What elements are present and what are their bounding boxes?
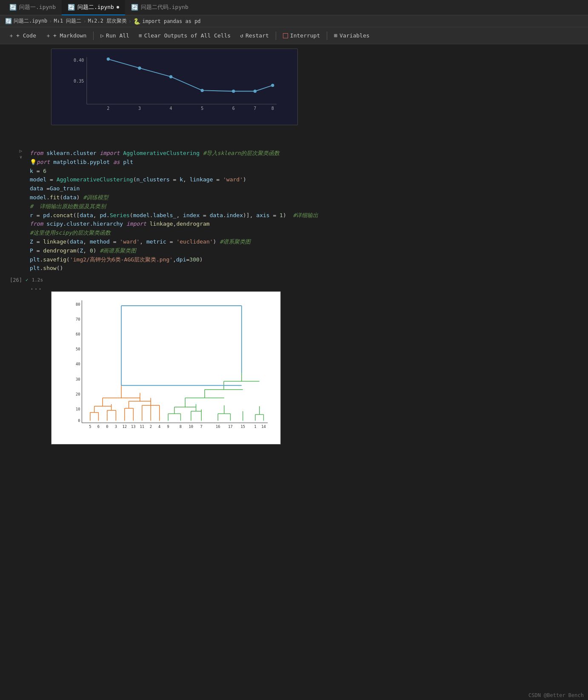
svg-text:16: 16 [216,425,220,429]
run-button-26[interactable]: ▷ [19,148,22,154]
svg-text:80: 80 [76,302,80,307]
svg-text:2: 2 [107,106,109,111]
svg-text:8: 8 [180,425,182,429]
cell-26-result-gutter: [26] [0,275,26,283]
breadcrumb-sep-3: › [128,18,131,24]
svg-text:4: 4 [170,106,172,111]
clear-label: Clear Outputs of All Cells [144,32,231,39]
svg-point-17 [254,90,257,93]
svg-text:7: 7 [254,106,256,111]
interrupt-button[interactable]: Interrupt [279,31,324,40]
svg-text:30: 30 [76,377,80,382]
svg-text:40: 40 [76,362,80,367]
svg-text:6: 6 [97,425,100,429]
markdown-label: + Markdown [53,32,86,39]
toolbar: ＋ + Code ＋ + Markdown ▷ Run All ≡ Clear … [0,27,588,44]
variables-label: Variables [340,32,369,39]
plus-icon-markdown: ＋ [46,32,51,40]
svg-point-16 [232,90,235,93]
elbow-chart-gutter [0,44,26,46]
restart-label: Restart [245,32,269,39]
svg-text:4: 4 [158,425,160,429]
tab-wenti-1[interactable]: 🔄 问题一.ipynb [3,0,62,15]
cell-26-code[interactable]: from sklearn.cluster import Agglomerativ… [26,146,588,275]
svg-text:14: 14 [261,425,266,429]
run-all-button[interactable]: ▷ Run All [96,31,134,40]
svg-text:12: 12 [123,425,127,429]
collapse-button-26[interactable]: ∨ [20,155,22,159]
svg-text:10: 10 [76,407,80,411]
notebook-body: 0.40 0.35 2 3 4 5 6 7 8 k值 [0,44,588,453]
restart-icon: ↺ [240,32,243,39]
tab-label-1: 问题一.ipynb [19,3,56,11]
elbow-chart-output-row: 0.40 0.35 2 3 4 5 6 7 8 k值 [0,44,588,134]
clear-icon: ≡ [139,32,142,39]
svg-text:11: 11 [140,425,145,429]
ellipsis-row: ... [0,283,588,291]
notebook-icon-2: 🔄 [68,4,75,11]
svg-text:5: 5 [89,425,91,429]
breadcrumb-code: import pandas as pd [142,18,200,24]
code-label: + Code [16,32,36,39]
svg-text:0: 0 [106,425,108,429]
code-button[interactable]: ＋ + Code [4,30,40,41]
svg-text:7: 7 [200,425,203,429]
svg-text:50: 50 [76,347,80,352]
svg-point-18 [271,84,274,87]
elbow-chart: 0.40 0.35 2 3 4 5 6 7 8 k值 [51,49,298,125]
sep-3 [327,32,327,40]
svg-text:0.35: 0.35 [74,79,84,83]
sep-1 [93,32,94,40]
footer: CSDN @Better Bench [524,691,588,700]
svg-text:9: 9 [167,425,169,429]
ellipsis-dots: ... [30,283,42,291]
dendro-gutter [0,291,26,293]
tab-wenti-2-code[interactable]: 🔄 问题二代码.ipynb [125,0,194,15]
cell-26-gutter: ▷ ∨ [0,146,26,159]
svg-text:13: 13 [131,425,136,429]
dendrogram-svg: 80 70 60 50 40 30 20 10 0 5 6 0 3 12 [73,298,272,431]
breadcrumb-file: 问题二.ipynb [14,17,47,25]
run-all-icon: ▷ [100,32,104,39]
tab-wenti-2[interactable]: 🔄 问题二.ipynb [62,0,125,15]
dendrogram-output-row: 80 70 60 50 40 30 20 10 0 5 6 0 3 12 [0,291,588,453]
tab-bar: 🔄 问题一.ipynb 🔄 问题二.ipynb 🔄 问题二代码.ipynb [0,0,588,15]
svg-text:0: 0 [78,419,80,423]
cell-number-label: [26] [10,277,22,283]
code-pre: from sklearn.cluster import Agglomerativ… [30,149,584,273]
dendrogram-chart: 80 70 60 50 40 30 20 10 0 5 6 0 3 12 [51,291,281,445]
breadcrumb-section: M↓1 问题二 [54,17,82,25]
interrupt-label: Interrupt [290,32,320,39]
svg-text:15: 15 [240,425,245,429]
markdown-button[interactable]: ＋ + Markdown [41,30,91,41]
cell-26-output-info: [26] ✓ 1.2s [0,275,588,283]
footer-text: CSDN @Better Bench [528,692,584,698]
cell-time: 1.2s [32,277,43,283]
variables-button[interactable]: ⊞ Variables [330,31,374,40]
svg-text:3: 3 [115,425,117,429]
svg-text:5: 5 [201,106,203,111]
cell-result-row: ✓ 1.2s [26,275,43,283]
restart-button[interactable]: ↺ Restart [236,31,273,40]
svg-point-13 [138,66,141,69]
svg-text:17: 17 [228,425,233,429]
variables-icon: ⊞ [334,32,337,39]
breadcrumb-notebook-icon: 🔄 [5,18,12,24]
plus-icon-code: ＋ [9,32,14,40]
unsaved-dot [117,6,119,9]
sep-2 [276,32,276,40]
svg-point-12 [107,57,110,60]
svg-text:6: 6 [232,106,235,111]
python-icon: 🐍 [133,18,140,25]
notebook-icon-1: 🔄 [9,4,17,11]
notebook-icon-3: 🔄 [131,4,138,11]
clear-outputs-button[interactable]: ≡ Clear Outputs of All Cells [134,31,235,40]
svg-text:8: 8 [271,106,274,111]
elbow-chart-container: 0.40 0.35 2 3 4 5 6 7 8 k值 [51,44,298,134]
svg-text:10: 10 [189,425,194,429]
svg-point-14 [169,75,172,78]
svg-text:20: 20 [76,392,80,396]
tab-label-3: 问题二代码.ipynb [141,3,188,11]
interrupt-icon [283,33,288,38]
svg-text:0.40: 0.40 [74,58,84,63]
